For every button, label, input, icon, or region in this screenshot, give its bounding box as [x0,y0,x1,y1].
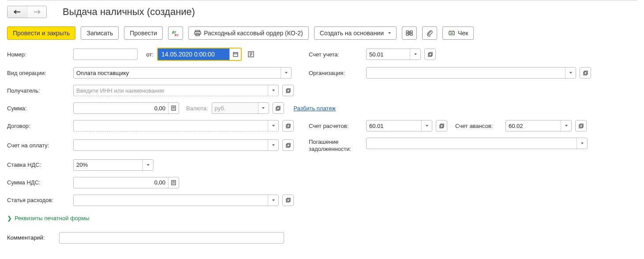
header: Выдача наличных (создание) [7,0,637,23]
save-button[interactable]: Записать [81,26,119,40]
recipient-label: Получатель: [7,87,70,94]
form-icon [247,51,255,57]
adv-acct-input[interactable]: 60.02 [505,120,572,131]
recipient-input[interactable]: Введите ИНН или наименование [73,85,279,96]
form-button[interactable] [245,49,257,60]
attach-button[interactable] [422,26,437,40]
print-ko2-button[interactable]: Расходный кассовый ордер (КО-2) [188,26,309,40]
calc-acct-label: Счет расчетов: [309,123,363,129]
expense-value [74,195,268,206]
organization-label: Организация: [309,70,363,76]
svg-rect-3 [195,32,201,34]
account-dropdown-button[interactable] [410,49,420,60]
create-based-on-button[interactable]: Создать на основании [314,26,397,40]
recipient-dropdown-button[interactable] [268,85,278,96]
create-based-on-label: Создать на основании [320,30,384,37]
debt-input[interactable] [366,138,588,149]
calc-acct-dropdown-button[interactable] [421,120,432,131]
date-input-group: 14.05.2020 0:00:00 [157,48,242,61]
account-label: Счет учета: [309,51,363,58]
sum-input[interactable]: 0,00 [73,102,179,114]
split-payment-link[interactable]: Разбить платеж [294,105,336,112]
calc-acct-input[interactable]: 60.01 [366,120,432,131]
svg-rect-15 [584,72,587,75]
svg-rect-6 [410,31,412,33]
svg-rect-11 [233,53,238,56]
currency-input: руб. [212,102,269,114]
vat-sum-input[interactable]: 0,00 [73,177,179,188]
calculator-icon [171,105,176,111]
currency-label: Валюта: [186,105,208,112]
nav-forward-button [27,6,46,18]
calc-acct-open-button[interactable] [436,120,447,131]
account-open-button[interactable] [424,49,436,60]
svg-rect-25 [441,124,444,127]
vat-rate-dropdown-button[interactable] [142,160,153,170]
calendar-button[interactable] [229,49,241,60]
receipt-button[interactable]: Чек [442,26,474,40]
calculator-button[interactable] [168,103,179,113]
form: Номер: от: 14.05.2020 0:00:00 Счет учета… [7,43,637,244]
adv-acct-open-button[interactable] [575,120,587,131]
sum-value: 0,00 [74,103,168,113]
adv-acct-dropdown-button[interactable] [561,120,571,131]
print-requisites-toggle[interactable]: ❯ Реквизиты печатной формы [7,215,637,221]
invoice-input[interactable] [73,139,279,151]
invoice-value [74,140,268,150]
debt-dropdown-button[interactable] [577,138,587,149]
expense-open-button[interactable] [282,195,294,206]
optype-label: Вид операции: [7,70,70,76]
svg-text:Кт: Кт [175,33,179,36]
optype-value: Оплата поставщику [74,68,281,78]
svg-rect-20 [276,107,279,110]
vat-rate-input[interactable]: 20% [73,159,154,171]
contract-row: Договор: [7,120,303,131]
submit-button[interactable]: Провести [124,26,163,40]
expense-input[interactable] [73,195,279,206]
invoice-open-button[interactable] [282,139,294,151]
printer-icon [194,30,201,36]
svg-rect-23 [287,124,290,127]
expense-label: Статья расходов: [7,197,70,203]
contract-open-button[interactable] [282,120,294,131]
submit-close-button[interactable]: Провести и закрыть [7,26,75,40]
print-requisites-label: Реквизиты печатной формы [15,215,90,221]
contract-value [74,120,268,131]
receipt-label: Чек [458,30,468,37]
account-input[interactable]: 50.01 [366,49,421,60]
svg-rect-10 [450,33,453,34]
contract-dropdown-button[interactable] [268,120,278,131]
recipient-placeholder: Введите ИНН или наименование [74,85,268,96]
calculator-icon [171,180,176,185]
chevron-right-icon: ❯ [7,215,12,221]
currency-value: руб. [212,103,258,113]
svg-rect-13 [428,53,431,56]
dt-kt-button[interactable]: Дт Кт [168,26,183,40]
organization-open-button[interactable] [580,67,591,79]
optype-row: Вид операции: Оплата поставщику [7,67,303,79]
comment-row: Комментарий: [7,232,637,244]
vat-calculator-button[interactable] [168,177,179,188]
number-input[interactable] [73,49,138,60]
date-input[interactable]: 14.05.2020 0:00:00 [158,49,229,60]
comment-input[interactable] [59,232,284,244]
number-label: Номер: [7,51,70,58]
svg-rect-17 [286,90,289,93]
organization-dropdown-button[interactable] [565,68,576,78]
organization-input[interactable] [366,67,576,79]
vat-rate-label: Ставка НДС: [7,161,70,168]
svg-rect-28 [286,144,289,147]
svg-rect-8 [410,34,412,35]
invoice-dropdown-button[interactable] [268,140,278,150]
expense-dropdown-button[interactable] [268,195,278,206]
nav-back-button[interactable] [7,6,27,18]
recipient-open-button[interactable] [282,85,294,96]
optype-dropdown-button[interactable] [281,68,291,78]
structure-button[interactable] [402,26,417,40]
vat-rate-value: 20% [74,160,142,170]
sum-label: Сумма: [7,105,70,112]
optype-input[interactable]: Оплата поставщику [73,67,292,79]
contract-label: Договор: [7,123,70,129]
invoice-row: Счет на оплату: [7,139,303,151]
contract-input[interactable] [73,120,279,131]
